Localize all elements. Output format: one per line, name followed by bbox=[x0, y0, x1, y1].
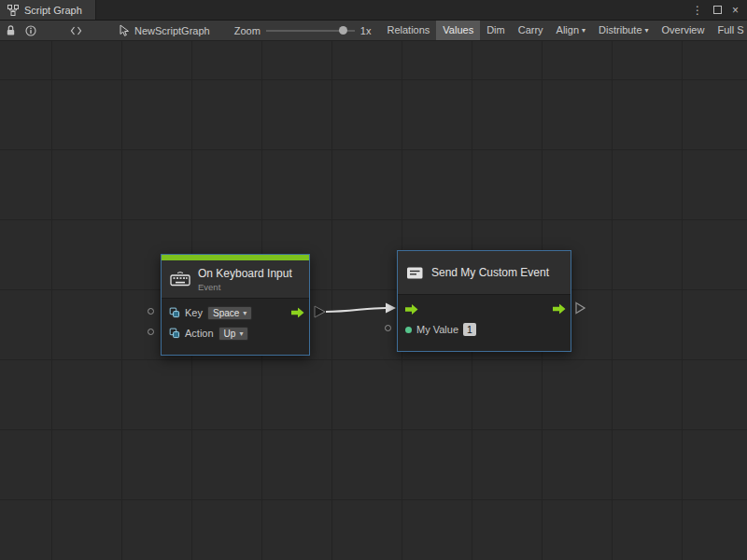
node-send-my-custom-event[interactable]: Send My Custom Event bbox=[397, 250, 571, 352]
flow-port-row bbox=[398, 299, 571, 319]
info-icon[interactable] bbox=[25, 25, 36, 36]
node-on-keyboard-input[interactable]: On Keyboard Input Event Key Space ▾ bbox=[161, 254, 310, 356]
output-port-marker[interactable] bbox=[315, 306, 325, 317]
tab-title: Script Graph bbox=[24, 5, 82, 16]
node-header[interactable]: Send My Custom Event bbox=[398, 251, 571, 294]
graph-canvas[interactable]: On Keyboard Input Event Key Space ▾ bbox=[0, 41, 747, 560]
carry-button[interactable]: Carry bbox=[512, 21, 550, 40]
my-value-input[interactable]: 1 bbox=[463, 323, 476, 336]
my-value-port-row: My Value 1 bbox=[398, 319, 571, 340]
flow-arrow-icon bbox=[553, 304, 566, 315]
action-port-circle[interactable] bbox=[148, 329, 154, 335]
overview-button[interactable]: Overview bbox=[655, 21, 712, 40]
action-dropdown[interactable]: Up ▾ bbox=[218, 327, 249, 341]
action-port-row: Action Up ▾ bbox=[162, 323, 309, 343]
toolbar-buttons: Relations Values Dim Carry Align ▾ Distr… bbox=[380, 21, 747, 40]
window-menu-icon[interactable]: ⋮ bbox=[692, 5, 703, 16]
key-port-circle[interactable] bbox=[148, 308, 154, 315]
zoom-slider-handle[interactable] bbox=[339, 26, 347, 35]
graph-pointer-icon bbox=[120, 24, 130, 36]
custom-event-icon bbox=[406, 265, 424, 281]
keyboard-icon bbox=[170, 272, 190, 287]
wire-layer bbox=[0, 41, 747, 560]
chevron-down-icon: ▾ bbox=[582, 21, 585, 40]
titlebar: Script Graph ⋮ × bbox=[0, 0, 747, 21]
node-title: On Keyboard Input bbox=[198, 267, 292, 280]
zoom-slider[interactable] bbox=[266, 26, 355, 35]
graph-name: NewScriptGraph bbox=[134, 25, 210, 36]
trigger-output-port[interactable] bbox=[553, 304, 566, 315]
chevron-down-icon: ▾ bbox=[243, 309, 247, 317]
enum-type-icon bbox=[169, 328, 180, 339]
zoom-label: Zoom bbox=[234, 25, 261, 36]
values-button[interactable]: Values bbox=[436, 21, 480, 40]
enum-type-icon bbox=[169, 307, 180, 318]
node-title: Send My Custom Event bbox=[431, 266, 549, 279]
my-value-port-circle[interactable] bbox=[385, 325, 391, 331]
node-header[interactable]: On Keyboard Input Event bbox=[162, 260, 309, 298]
flow-arrow-icon bbox=[405, 304, 418, 315]
graph-toolbar: NewScriptGraph Zoom 1x Relations Values … bbox=[0, 21, 747, 41]
script-graph-icon bbox=[7, 5, 19, 16]
connection-wire[interactable] bbox=[326, 308, 386, 312]
distribute-dropdown-button[interactable]: Distribute ▾ bbox=[592, 21, 655, 40]
close-icon[interactable]: × bbox=[732, 5, 739, 16]
node-subtitle: Event bbox=[198, 282, 292, 292]
value-type-dot-icon[interactable] bbox=[405, 327, 412, 333]
window-controls: ⋮ × bbox=[692, 0, 747, 20]
zoom-value: 1x bbox=[360, 25, 372, 36]
maximize-icon[interactable] bbox=[713, 6, 722, 14]
align-dropdown-button[interactable]: Align ▾ bbox=[550, 21, 592, 40]
relations-button[interactable]: Relations bbox=[380, 21, 436, 40]
key-port-row: Key Space ▾ bbox=[162, 302, 309, 323]
dim-button[interactable]: Dim bbox=[480, 21, 512, 40]
chevron-down-icon: ▾ bbox=[239, 329, 243, 338]
chevron-down-icon: ▾ bbox=[645, 21, 649, 40]
key-dropdown[interactable]: Space ▾ bbox=[207, 306, 252, 320]
trigger-input-port[interactable] bbox=[405, 304, 418, 315]
trigger-output-port[interactable] bbox=[291, 308, 304, 318]
tab-script-graph[interactable]: Script Graph bbox=[0, 0, 96, 20]
code-icon[interactable] bbox=[70, 25, 82, 36]
script-graph-window: Script Graph ⋮ × bbox=[0, 0, 747, 560]
node-body: My Value 1 bbox=[398, 294, 571, 351]
action-port-label: Action bbox=[185, 328, 214, 339]
my-value-label: My Value bbox=[416, 324, 458, 335]
wire-arrowhead bbox=[386, 303, 396, 314]
fullscreen-button[interactable]: Full S bbox=[711, 21, 747, 40]
unconnected-output-marker[interactable] bbox=[576, 303, 585, 314]
flow-arrow-icon bbox=[291, 308, 304, 318]
key-port-label: Key bbox=[185, 307, 203, 318]
node-body: Key Space ▾ Act bbox=[162, 298, 309, 355]
lock-icon[interactable] bbox=[6, 24, 16, 36]
